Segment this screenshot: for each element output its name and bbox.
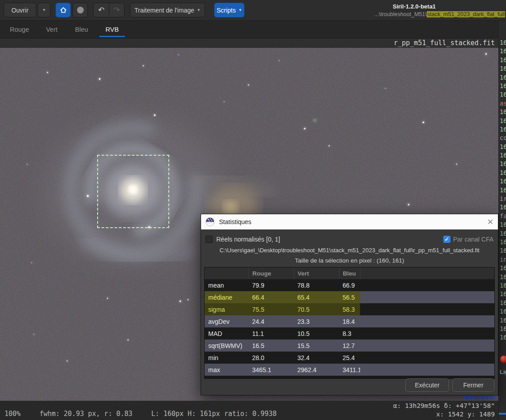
log-panel-lines: 16161616161616as161616co161616161616ir16… [500, 38, 506, 342]
log-line: 16 [500, 203, 506, 212]
table-row[interactable]: max 3465.1 2962.4 3411.1 [205, 364, 494, 376]
open-button[interactable]: Ouvrir [4, 3, 36, 17]
selection-rectangle[interactable] [97, 155, 169, 228]
log-line: 16 [500, 238, 506, 246]
dialog-title-bar[interactable]: Statistiques ✕ [201, 214, 498, 229]
stat-bleu: 56.5 [339, 291, 360, 303]
log-line: 16 [500, 117, 506, 125]
star [304, 127, 306, 130]
star [26, 164, 28, 165]
table-row[interactable]: sigma 75.5 70.5 58.3 [205, 303, 494, 315]
table-row[interactable]: mean 79.9 78.8 66.9 [205, 279, 494, 291]
col-vert[interactable]: Vert [294, 267, 339, 279]
log-line: 16 [500, 290, 506, 298]
normalized-checkbox[interactable] [206, 236, 213, 243]
star [178, 54, 179, 55]
star [107, 297, 108, 299]
chevron-down-icon: ▼ [43, 8, 46, 12]
fwhm-readout: fwhm: 20.93 px, r: 0.83 [39, 410, 133, 418]
star [279, 60, 280, 61]
table-row[interactable]: MAD 11.1 10.5 8.3 [205, 327, 494, 339]
log-line: 16 [500, 316, 506, 325]
log-line: 16 [500, 56, 506, 64]
image-processing-menu-button[interactable]: Traitement de l'image ▼ [130, 3, 205, 17]
selection-readout: L: 160px H: 161px ratio: 0.9938 [151, 410, 277, 418]
log-line: 16 [500, 73, 506, 82]
dialog-selection-size: Taille de la sélection en pixel : (160, … [203, 257, 496, 264]
redo-icon: ↷ [113, 5, 120, 15]
star [223, 101, 225, 102]
log-line: 16 [500, 90, 506, 99]
star [99, 78, 101, 80]
open-dropdown-button[interactable]: ▼ [38, 3, 51, 17]
execute-button[interactable]: Exécuter [405, 378, 449, 392]
stat-name: min [205, 352, 249, 364]
star [66, 360, 68, 362]
scripts-menu-button[interactable]: Scripts ▼ [214, 3, 244, 17]
table-row[interactable]: avgDev 24.4 23.3 18.4 [205, 315, 494, 327]
stat-rouge: 28.0 [249, 352, 294, 364]
check-icon: ✓ [445, 236, 449, 242]
tab-vert-label: Vert [46, 26, 58, 33]
stat-vert: 2962.4 [294, 364, 339, 376]
star [86, 195, 89, 197]
col-bleu[interactable]: Bleu [339, 267, 360, 279]
record-button[interactable] [73, 3, 88, 17]
star [47, 72, 48, 73]
stat-bleu: 58.3 [339, 303, 360, 315]
stat-vert: 15.5 [294, 339, 339, 352]
log-line: 16 [500, 307, 506, 316]
log-line: in [500, 255, 506, 264]
col-rouge[interactable]: Rouge [249, 267, 294, 279]
tab-rouge[interactable]: Rouge [7, 21, 32, 38]
log-line: 16 [500, 38, 506, 47]
image-filename-bar: r_pp_m51_full_stacked.fit [0, 38, 498, 48]
log-line: 16 [500, 151, 506, 160]
star [179, 300, 181, 302]
tab-vert[interactable]: Vert [43, 21, 60, 38]
log-line: 16 [500, 64, 506, 73]
col-stat-name[interactable] [205, 267, 249, 279]
log-line: 16 [500, 143, 506, 151]
table-row[interactable]: min 28.0 32.4 25.4 [205, 352, 494, 364]
stat-vert: 78.8 [294, 279, 339, 291]
log-line: 16 [500, 169, 506, 177]
home-button[interactable] [56, 3, 71, 17]
stop-record-icon[interactable] [500, 355, 506, 363]
stat-name: médiane [205, 291, 249, 303]
star [33, 334, 34, 335]
header-bar: Ouvrir ▼ ↶ ↷ Traitement de l'image ▼ [0, 0, 506, 21]
close-icon[interactable]: ✕ [487, 218, 493, 226]
star [407, 204, 410, 206]
undo-redo-group: ↶ ↷ [93, 3, 124, 17]
stat-rouge: 16.5 [249, 339, 294, 352]
log-line: fa [500, 212, 506, 221]
stat-vert: 32.4 [294, 352, 339, 364]
fermer-button[interactable]: Fermer [452, 378, 494, 392]
log-line: 16 [500, 273, 506, 281]
zoom-level[interactable]: 100% [4, 410, 21, 418]
stat-bleu: 25.4 [339, 352, 360, 364]
dialog-file-path: C:\Users\gael_\Desktop\troubleshoot_M51\… [203, 247, 496, 254]
dialog-title: Statistiques [219, 218, 251, 225]
cfa-checkbox[interactable]: ✓ [443, 236, 450, 243]
image-processing-label: Traitement de l'image [134, 7, 194, 14]
stat-bleu: 8.3 [339, 327, 360, 339]
stat-vert: 65.4 [294, 291, 339, 303]
table-row[interactable]: médiane 66.4 65.4 56.5 [205, 291, 494, 303]
chevron-down-icon: ▼ [238, 8, 242, 12]
table-row[interactable]: sqrt(BWMV) 16.5 15.5 12.7 [205, 339, 494, 352]
stat-vert: 23.3 [294, 315, 339, 327]
star [31, 262, 32, 263]
status-bar: 100% fwhm: 20.93 px, r: 0.83 L: 160px H:… [0, 401, 498, 420]
channel-tab-bar: Rouge Vert Bleu RVB [0, 21, 506, 38]
subtitle-sequence-name: stack_m51_2023_dark_flat_full [427, 11, 505, 17]
tab-bleu[interactable]: Bleu [73, 21, 91, 38]
open-button-label: Ouvrir [11, 7, 28, 14]
redo-button[interactable]: ↷ [109, 3, 124, 17]
console-panel-strip[interactable]: 16161616161616as161616co161616161616ir16… [498, 21, 506, 420]
statistics-table-container: Rouge Vert Bleu mean 79.9 78.8 66.9 médi… [204, 267, 495, 379]
log-line: 16 [500, 47, 506, 55]
tab-rvb[interactable]: RVB [103, 21, 122, 38]
undo-button[interactable]: ↶ [94, 3, 109, 17]
